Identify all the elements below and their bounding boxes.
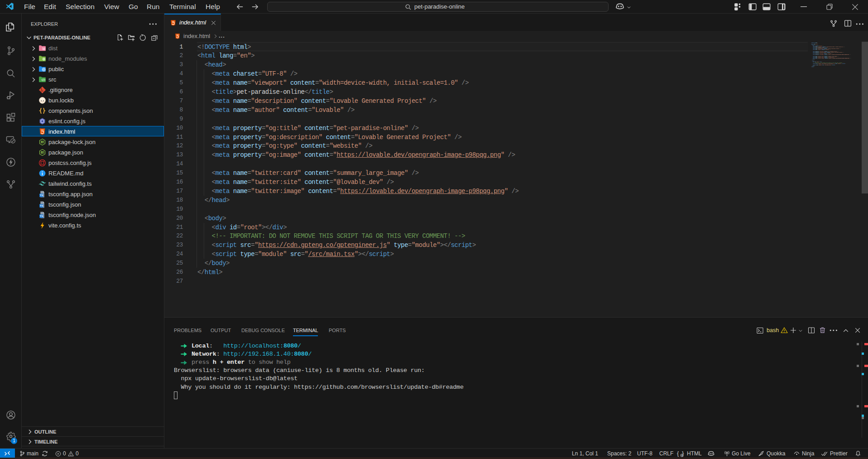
svg-text:TS: TS: [40, 215, 43, 217]
svg-text:TS: TS: [40, 194, 43, 197]
svg-text:TS: TS: [40, 204, 43, 207]
